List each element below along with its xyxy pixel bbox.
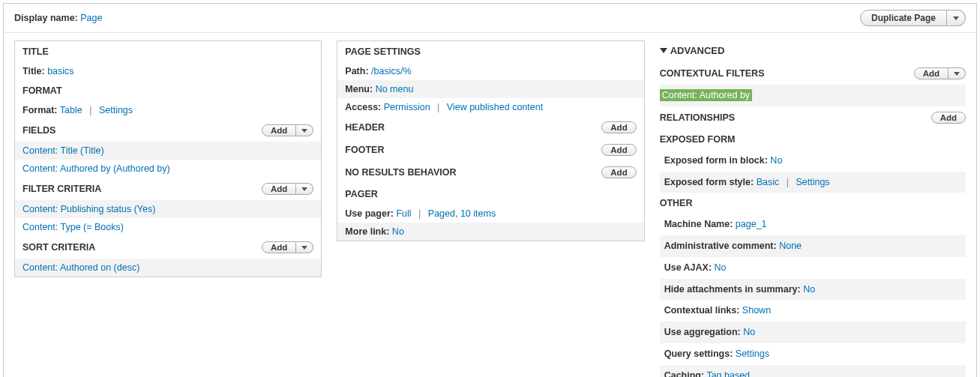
menu-label: Menu: (345, 84, 373, 94)
sort-heading-text: SORT CRITERIA (22, 242, 95, 253)
filter-heading: FILTER CRITERIA Add (15, 178, 321, 200)
other-label: Hide attachments in summary: (664, 284, 801, 295)
column-left: TITLE Title: basics FORMAT Format: Table… (14, 40, 322, 277)
noresults-add-button[interactable]: Add (601, 166, 636, 178)
other-value[interactable]: No (715, 262, 727, 273)
use-pager-label: Use pager: (345, 208, 394, 219)
header-heading: HEADER Add (337, 116, 643, 139)
other-value[interactable]: Settings (736, 349, 769, 359)
noresults-heading-text: NO RESULTS BEHAVIOR (345, 167, 456, 178)
advanced-heading-text: ADVANCED (670, 45, 725, 56)
other-label: Query settings: (664, 349, 733, 359)
contextual-add-button[interactable]: Add (914, 67, 949, 79)
footer-add-button[interactable]: Add (601, 144, 636, 156)
other-value[interactable]: page_1 (736, 219, 767, 229)
filter-item[interactable]: Content: Publishing status (Yes) (22, 204, 155, 214)
separator: | (418, 208, 421, 219)
chevron-down-icon (301, 129, 307, 133)
exposed-block-label: Exposed form in block: (664, 155, 768, 166)
path-label: Path: (345, 66, 368, 76)
contextual-add-dropdown[interactable] (949, 67, 966, 79)
field-item[interactable]: Content: Authored by (Authored by) (22, 163, 170, 174)
chevron-down-icon (954, 72, 960, 76)
contextual-filter-item[interactable]: Content: Authored by (660, 89, 752, 101)
column-middle: PAGE SETTINGS Path: /basics/% Menu: No m… (337, 40, 644, 241)
sort-item[interactable]: Content: Authored on (desc) (22, 262, 139, 273)
display-name-label: Display name: (14, 13, 78, 23)
filter-add-dropdown[interactable] (296, 183, 313, 195)
contextual-filters-heading: CONTEXTUAL FILTERS Add (660, 62, 966, 85)
sort-heading: SORT CRITERIA Add (15, 236, 321, 259)
sort-add-button[interactable]: Add (262, 241, 296, 253)
pager-heading: PAGER (337, 184, 643, 205)
separator: | (787, 177, 789, 187)
exposed-form-heading: EXPOSED FORM (660, 129, 966, 150)
other-value[interactable]: No (803, 284, 815, 295)
format-heading: FORMAT (15, 80, 321, 101)
relationships-heading: RELATIONSHIPS Add (660, 106, 966, 129)
separator: | (89, 105, 91, 115)
chevron-down-icon (301, 246, 307, 250)
exposed-style-value[interactable]: Basic (757, 177, 780, 187)
sort-add-dropdown[interactable] (296, 241, 313, 253)
header-heading-text: HEADER (345, 122, 385, 133)
title-heading: TITLE (15, 41, 321, 62)
noresults-heading: NO RESULTS BEHAVIOR Add (337, 161, 643, 184)
format-label: Format: (22, 105, 58, 115)
fields-add-button[interactable]: Add (262, 124, 296, 136)
footer-heading-text: FOOTER (345, 145, 384, 155)
format-value[interactable]: Table (60, 105, 82, 115)
exposed-block-value[interactable]: No (770, 155, 782, 166)
column-right: ADVANCED CONTEXTUAL FILTERS Add Content:… (660, 40, 966, 377)
path-value[interactable]: /basics/% (371, 66, 412, 76)
other-value[interactable]: None (779, 241, 802, 251)
more-link-value[interactable]: No (392, 226, 404, 237)
header-add-button[interactable]: Add (601, 121, 636, 133)
filter-add-button[interactable]: Add (262, 183, 296, 195)
relationships-add-button[interactable]: Add (931, 112, 966, 124)
filter-item[interactable]: Content: Type (= Books) (22, 222, 124, 232)
access-label: Access: (345, 102, 381, 112)
access-value[interactable]: Permission (384, 102, 430, 112)
other-label: Caching: (664, 370, 704, 378)
use-pager-desc[interactable]: Paged, 10 items (428, 208, 496, 219)
use-pager-value[interactable]: Full (396, 208, 411, 219)
other-label: Use aggregation: (664, 327, 741, 337)
field-item[interactable]: Content: Title (Title) (22, 145, 104, 156)
chevron-down-icon (953, 16, 959, 20)
menu-value[interactable]: No menu (376, 84, 414, 94)
chevron-down-icon (301, 187, 307, 191)
other-value[interactable]: No (743, 327, 755, 337)
other-label: Administrative comment: (664, 241, 777, 251)
contextual-filters-text: CONTEXTUAL FILTERS (660, 68, 765, 79)
fields-add-dropdown[interactable] (296, 124, 313, 136)
exposed-style-label: Exposed form style: (664, 177, 754, 187)
format-settings-link[interactable]: Settings (99, 105, 133, 115)
other-label: Use AJAX: (664, 262, 712, 273)
duplicate-page-dropdown[interactable] (947, 10, 966, 26)
separator: | (437, 102, 439, 112)
relationships-text: RELATIONSHIPS (660, 112, 735, 123)
access-desc[interactable]: View published content (447, 102, 543, 112)
fields-heading-text: FIELDS (22, 125, 55, 136)
footer-heading: FOOTER Add (337, 139, 643, 161)
fields-heading: FIELDS Add (15, 119, 321, 142)
title-label: Title: (22, 66, 45, 76)
other-value[interactable]: Tag based (706, 370, 750, 378)
other-value[interactable]: Shown (742, 305, 771, 316)
caret-down-icon (660, 48, 667, 53)
page-settings-heading: PAGE SETTINGS (337, 41, 643, 62)
other-label: Machine Name: (664, 219, 733, 229)
other-heading: OTHER (660, 193, 966, 214)
filter-heading-text: FILTER CRITERIA (22, 184, 101, 194)
exposed-style-settings[interactable]: Settings (796, 177, 829, 187)
display-name-value[interactable]: Page (80, 13, 102, 23)
duplicate-button-group: Duplicate Page (860, 10, 966, 26)
more-link-label: More link: (345, 226, 389, 237)
other-label: Contextual links: (664, 305, 740, 316)
top-bar: Display name: Page Duplicate Page (4, 4, 976, 33)
duplicate-page-button[interactable]: Duplicate Page (860, 10, 947, 26)
title-value[interactable]: basics (47, 66, 73, 76)
advanced-toggle[interactable]: ADVANCED (660, 40, 966, 62)
